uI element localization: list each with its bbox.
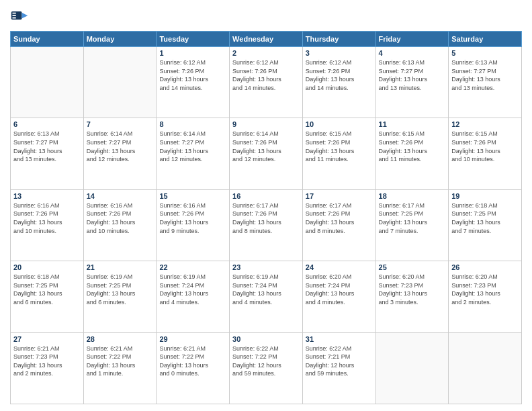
day-number: 14 [87,192,154,200]
day-number: 22 [159,263,226,271]
day-number: 2 [232,49,300,57]
table-row: 18Sunrise: 6:17 AM Sunset: 7:25 PM Dayli… [375,189,449,261]
logo-icon [10,7,29,26]
calendar-table: Sunday Monday Tuesday Wednesday Thursday… [10,31,522,404]
col-saturday: Saturday [449,32,522,47]
svg-rect-2 [13,13,16,14]
svg-rect-4 [13,17,16,19]
day-number: 23 [232,263,300,271]
day-number: 9 [232,120,300,128]
day-number: 8 [159,120,226,128]
col-monday: Monday [83,32,157,47]
day-number: 29 [159,335,226,343]
day-info: Sunrise: 6:21 AM Sunset: 7:23 PM Dayligh… [13,345,81,378]
calendar-week-row: 6Sunrise: 6:13 AM Sunset: 7:27 PM Daylig… [11,118,522,189]
calendar-header-row: Sunday Monday Tuesday Wednesday Thursday… [11,32,522,47]
day-number: 3 [306,49,373,57]
table-row: 31Sunrise: 6:22 AM Sunset: 7:21 PM Dayli… [302,332,375,404]
calendar-week-row: 27Sunrise: 6:21 AM Sunset: 7:23 PM Dayli… [11,332,522,404]
day-number: 20 [13,263,81,271]
day-number: 21 [87,263,154,271]
table-row: 1Sunrise: 6:12 AM Sunset: 7:26 PM Daylig… [157,47,230,118]
day-info: Sunrise: 6:21 AM Sunset: 7:22 PM Dayligh… [159,345,226,378]
day-info: Sunrise: 6:17 AM Sunset: 7:25 PM Dayligh… [379,201,446,235]
table-row: 25Sunrise: 6:20 AM Sunset: 7:23 PM Dayli… [375,261,449,332]
table-row: 12Sunrise: 6:15 AM Sunset: 7:26 PM Dayli… [449,118,522,189]
table-row: 21Sunrise: 6:19 AM Sunset: 7:25 PM Dayli… [83,261,157,332]
day-number: 28 [87,335,154,343]
day-number: 16 [232,192,300,200]
svg-rect-3 [13,15,16,16]
day-info: Sunrise: 6:22 AM Sunset: 7:21 PM Dayligh… [306,345,373,378]
table-row: 22Sunrise: 6:19 AM Sunset: 7:24 PM Dayli… [157,261,230,332]
day-info: Sunrise: 6:14 AM Sunset: 7:27 PM Dayligh… [159,130,226,163]
day-info: Sunrise: 6:12 AM Sunset: 7:26 PM Dayligh… [232,58,300,92]
day-info: Sunrise: 6:16 AM Sunset: 7:26 PM Dayligh… [159,201,226,235]
day-number: 30 [232,335,300,343]
day-info: Sunrise: 6:20 AM Sunset: 7:24 PM Dayligh… [306,273,373,306]
table-row: 14Sunrise: 6:16 AM Sunset: 7:26 PM Dayli… [83,189,157,261]
day-number: 13 [13,192,81,200]
day-info: Sunrise: 6:14 AM Sunset: 7:27 PM Dayligh… [87,130,154,163]
table-row: 20Sunrise: 6:18 AM Sunset: 7:25 PM Dayli… [11,261,84,332]
table-row: 23Sunrise: 6:19 AM Sunset: 7:24 PM Dayli… [230,261,303,332]
day-info: Sunrise: 6:20 AM Sunset: 7:23 PM Dayligh… [379,273,446,306]
col-tuesday: Tuesday [157,32,230,47]
day-info: Sunrise: 6:19 AM Sunset: 7:24 PM Dayligh… [232,273,300,306]
day-number: 11 [379,120,446,128]
day-info: Sunrise: 6:17 AM Sunset: 7:26 PM Dayligh… [232,201,300,235]
day-number: 27 [13,335,81,343]
day-info: Sunrise: 6:15 AM Sunset: 7:26 PM Dayligh… [379,130,446,163]
day-number: 7 [87,120,154,128]
day-info: Sunrise: 6:19 AM Sunset: 7:25 PM Dayligh… [87,273,154,306]
day-number: 10 [306,120,373,128]
table-row: 13Sunrise: 6:16 AM Sunset: 7:26 PM Dayli… [11,189,84,261]
day-number: 15 [159,192,226,200]
table-row: 30Sunrise: 6:22 AM Sunset: 7:22 PM Dayli… [230,332,303,404]
calendar-week-row: 13Sunrise: 6:16 AM Sunset: 7:26 PM Dayli… [11,189,522,261]
svg-marker-1 [22,13,28,19]
table-row: 27Sunrise: 6:21 AM Sunset: 7:23 PM Dayli… [11,332,84,404]
day-info: Sunrise: 6:12 AM Sunset: 7:26 PM Dayligh… [306,58,373,92]
day-number: 25 [379,263,446,271]
table-row [11,47,84,118]
table-row: 3Sunrise: 6:12 AM Sunset: 7:26 PM Daylig… [302,47,375,118]
day-info: Sunrise: 6:20 AM Sunset: 7:23 PM Dayligh… [451,273,519,306]
table-row: 24Sunrise: 6:20 AM Sunset: 7:24 PM Dayli… [302,261,375,332]
table-row: 4Sunrise: 6:13 AM Sunset: 7:27 PM Daylig… [375,47,449,118]
table-row: 5Sunrise: 6:13 AM Sunset: 7:27 PM Daylig… [449,47,522,118]
day-number: 31 [306,335,373,343]
day-info: Sunrise: 6:17 AM Sunset: 7:26 PM Dayligh… [306,201,373,235]
day-info: Sunrise: 6:21 AM Sunset: 7:22 PM Dayligh… [87,345,154,378]
day-info: Sunrise: 6:22 AM Sunset: 7:22 PM Dayligh… [232,345,300,378]
table-row: 2Sunrise: 6:12 AM Sunset: 7:26 PM Daylig… [230,47,303,118]
table-row: 8Sunrise: 6:14 AM Sunset: 7:27 PM Daylig… [157,118,230,189]
col-sunday: Sunday [11,32,84,47]
day-number: 4 [379,49,446,57]
day-number: 18 [379,192,446,200]
day-info: Sunrise: 6:15 AM Sunset: 7:26 PM Dayligh… [451,130,519,163]
day-info: Sunrise: 6:16 AM Sunset: 7:26 PM Dayligh… [87,201,154,235]
col-thursday: Thursday [302,32,375,47]
calendar-page: Sunday Monday Tuesday Wednesday Thursday… [0,0,532,411]
logo [10,7,32,26]
col-friday: Friday [375,32,449,47]
table-row: 9Sunrise: 6:14 AM Sunset: 7:26 PM Daylig… [230,118,303,189]
day-info: Sunrise: 6:14 AM Sunset: 7:26 PM Dayligh… [232,130,300,163]
day-number: 5 [451,49,519,57]
calendar-week-row: 1Sunrise: 6:12 AM Sunset: 7:26 PM Daylig… [11,47,522,118]
header [10,7,522,26]
day-info: Sunrise: 6:13 AM Sunset: 7:27 PM Dayligh… [379,58,446,92]
day-number: 12 [451,120,519,128]
day-info: Sunrise: 6:19 AM Sunset: 7:24 PM Dayligh… [159,273,226,306]
table-row: 15Sunrise: 6:16 AM Sunset: 7:26 PM Dayli… [157,189,230,261]
day-info: Sunrise: 6:18 AM Sunset: 7:25 PM Dayligh… [451,201,519,235]
table-row: 19Sunrise: 6:18 AM Sunset: 7:25 PM Dayli… [449,189,522,261]
table-row: 16Sunrise: 6:17 AM Sunset: 7:26 PM Dayli… [230,189,303,261]
day-info: Sunrise: 6:15 AM Sunset: 7:26 PM Dayligh… [306,130,373,163]
table-row: 28Sunrise: 6:21 AM Sunset: 7:22 PM Dayli… [83,332,157,404]
day-info: Sunrise: 6:16 AM Sunset: 7:26 PM Dayligh… [13,201,81,235]
table-row: 7Sunrise: 6:14 AM Sunset: 7:27 PM Daylig… [83,118,157,189]
table-row: 26Sunrise: 6:20 AM Sunset: 7:23 PM Dayli… [449,261,522,332]
col-wednesday: Wednesday [230,32,303,47]
